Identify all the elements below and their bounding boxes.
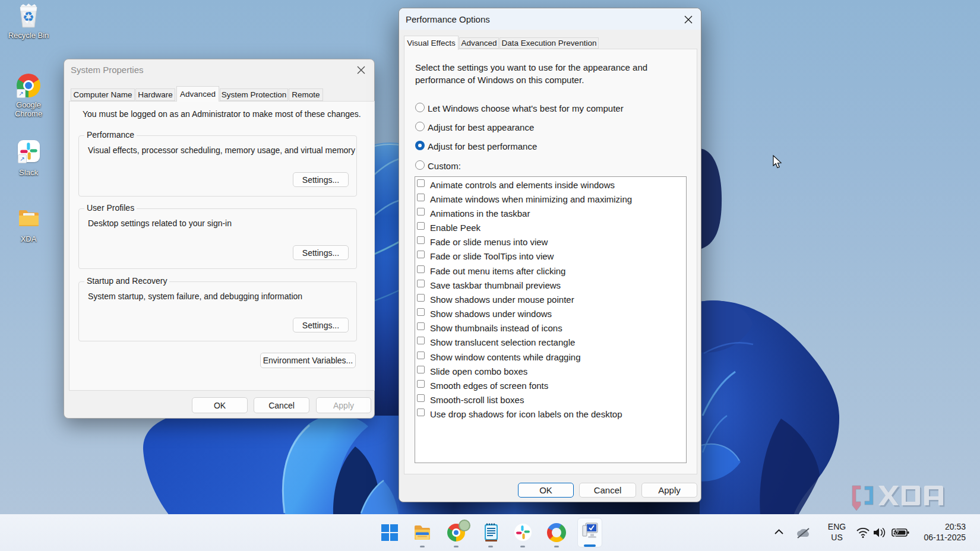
svg-text:♻: ♻ (23, 10, 34, 24)
